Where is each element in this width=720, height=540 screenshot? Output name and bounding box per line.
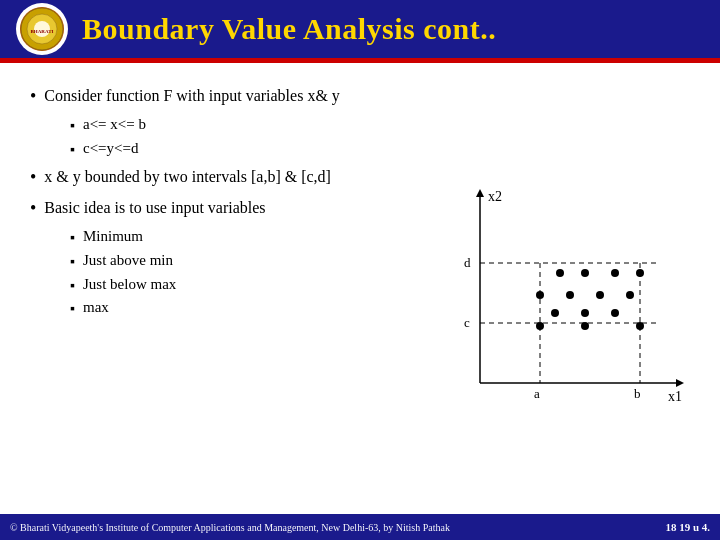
header: BHARATI Boundary Value Analysis cont.. xyxy=(0,0,720,58)
bullet-dot-3: • xyxy=(30,197,36,220)
svg-point-17 xyxy=(566,291,574,299)
bullet-3-text: Basic idea is to use input variables xyxy=(44,197,265,219)
svg-point-13 xyxy=(581,269,589,277)
d-label: d xyxy=(464,255,471,270)
logo: BHARATI xyxy=(20,7,64,51)
svg-point-22 xyxy=(611,309,619,317)
svg-point-20 xyxy=(551,309,559,317)
page-title: Boundary Value Analysis cont.. xyxy=(82,12,496,46)
svg-point-18 xyxy=(596,291,604,299)
footer-page: 18 19 u 4. xyxy=(665,521,710,533)
b-label: b xyxy=(634,386,641,401)
main-content: • Consider function F with input variabl… xyxy=(0,63,720,333)
svg-point-19 xyxy=(626,291,634,299)
footer-text: © Bharati Vidyapeeth's Institute of Comp… xyxy=(10,522,450,533)
bullet-sq-1b: ▪ xyxy=(70,140,75,160)
sub-3d-text: max xyxy=(83,299,109,316)
footer: © Bharati Vidyapeeth's Institute of Comp… xyxy=(0,514,720,540)
svg-text:BHARATI: BHARATI xyxy=(31,29,54,34)
bullet-sq-3c: ▪ xyxy=(70,276,75,296)
sub-1b-text: c<=y<=d xyxy=(83,140,139,157)
sub-3a-text: Minimum xyxy=(83,228,143,245)
bullet-sq-3a: ▪ xyxy=(70,228,75,248)
bullet-sq-3d: ▪ xyxy=(70,299,75,319)
sub-1a: ▪ a<= x<= b xyxy=(70,116,690,136)
x-axis-label: x1 xyxy=(668,389,682,404)
svg-point-23 xyxy=(536,322,544,330)
sub-3c-text: Just below max xyxy=(83,276,176,293)
bullet-1: • Consider function F with input variabl… xyxy=(30,85,690,108)
svg-marker-6 xyxy=(476,189,484,197)
bullet-dot-1: • xyxy=(30,85,36,108)
svg-point-24 xyxy=(581,322,589,330)
svg-marker-7 xyxy=(676,379,684,387)
sub-3b-text: Just above min xyxy=(83,252,173,269)
chart-svg: x2 x1 d c a b xyxy=(430,183,690,413)
sub-1a-text: a<= x<= b xyxy=(83,116,146,133)
logo-container: BHARATI xyxy=(16,3,68,55)
svg-point-21 xyxy=(581,309,589,317)
y-axis-label: x2 xyxy=(488,189,502,204)
a-label: a xyxy=(534,386,540,401)
svg-point-14 xyxy=(611,269,619,277)
svg-point-16 xyxy=(536,291,544,299)
bullet-2-text: x & y bounded by two intervals [a,b] & [… xyxy=(44,166,331,188)
c-label: c xyxy=(464,315,470,330)
svg-point-15 xyxy=(636,269,644,277)
bullet-dot-2: • xyxy=(30,166,36,189)
bullet-1-text: Consider function F with input variables… xyxy=(44,85,340,107)
svg-point-25 xyxy=(636,322,644,330)
sub-1b: ▪ c<=y<=d xyxy=(70,140,690,160)
bullet-sq-3b: ▪ xyxy=(70,252,75,272)
svg-point-12 xyxy=(556,269,564,277)
bullet-sq-1a: ▪ xyxy=(70,116,75,136)
chart-area: x2 x1 d c a b xyxy=(430,183,690,413)
